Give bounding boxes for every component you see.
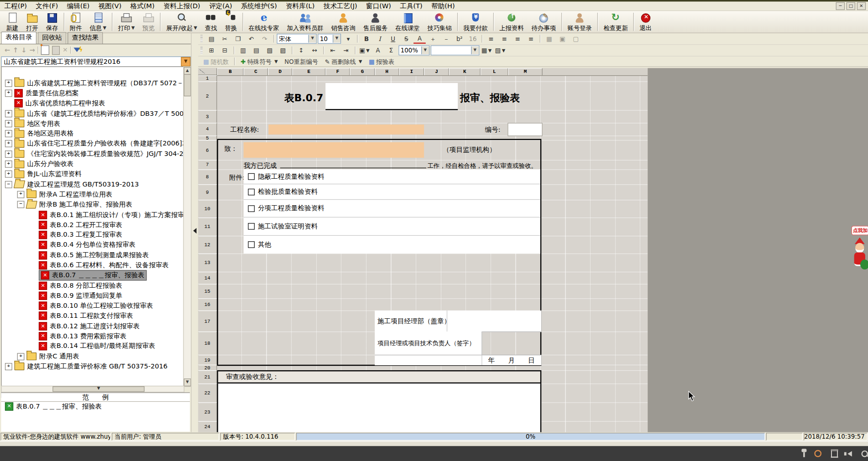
promo-text[interactable]: 点我加 (852, 226, 868, 235)
expander-icon[interactable]: + (5, 130, 12, 137)
ruleset-combo[interactable]: 山东省建筑工程施工资料管理规程2016 ▼ (1, 57, 191, 67)
open-button[interactable]: 打开 (22, 11, 42, 32)
tree-vertical-scrollbar[interactable]: ▲ ▼ (183, 67, 192, 387)
zoom-combo[interactable]: 100%▼ (398, 46, 429, 56)
menu-assess[interactable]: 评定(A) (204, 1, 236, 11)
column-header[interactable]: H (375, 68, 399, 75)
expander-icon[interactable]: + (5, 120, 12, 127)
column-header[interactable]: D (268, 68, 292, 75)
align-left-button[interactable]: ≡ (485, 34, 497, 43)
form-title-blank-field[interactable] (325, 83, 458, 110)
row-header[interactable]: 11 (198, 218, 217, 237)
style-combo[interactable]: ▼ (430, 46, 479, 56)
tree-item[interactable]: +山东省住宅工程质量分户验收表格（鲁建建字[2006]27号） (2, 139, 184, 149)
sign-cell[interactable]: 项目经理或项目技术负责人（签字） (375, 332, 482, 355)
expander-icon[interactable]: + (17, 191, 25, 198)
row-header[interactable]: 18 (198, 332, 217, 356)
filter-icon[interactable] (74, 46, 82, 54)
row-header[interactable]: 7 (198, 160, 217, 171)
expander-icon[interactable]: + (5, 171, 12, 178)
delete-row-button[interactable]: ⊟ (219, 46, 231, 55)
trash-icon[interactable] (831, 450, 838, 458)
tree-item[interactable]: +附录A 工程监理单位用表 (2, 189, 184, 199)
combo-dropdown-button[interactable]: ▼ (181, 57, 191, 67)
row-header[interactable]: 24 (198, 421, 217, 432)
close-button[interactable]: ✕ (857, 2, 866, 10)
tree-item[interactable]: 表B.0.1 施工组织设计/（专项）施工方案报审表 (2, 210, 184, 220)
splitter-thumb[interactable]: ▼ (52, 386, 144, 392)
row-header[interactable]: 4 (198, 123, 217, 136)
column-header[interactable]: E (292, 68, 325, 75)
cut-button[interactable]: ✂ (219, 34, 231, 43)
tree-item[interactable]: 山东省优质结构工程申报表 (2, 98, 184, 109)
menu-help[interactable]: 帮助(H) (427, 1, 459, 11)
toolbar-grip[interactable] (200, 47, 203, 54)
join-group-button[interactable]: 加入资料员群 (283, 11, 327, 32)
speaker-icon[interactable] (847, 451, 852, 456)
after-sales-button[interactable]: 售后服务 (359, 11, 391, 32)
column-width-button[interactable]: ↔ (309, 46, 321, 55)
upload-data-button[interactable]: 上报资料 (496, 11, 528, 32)
done-blank-field[interactable] (280, 160, 426, 168)
select-all-corner[interactable] (198, 68, 217, 75)
column-header[interactable]: L (481, 68, 508, 75)
tree-item[interactable]: 表B.0.6 工程材料、构配件、设备报审表 (2, 260, 184, 270)
insert-image-button[interactable]: ▣▼ (358, 46, 371, 55)
column-header[interactable]: I (399, 68, 424, 75)
tree-item[interactable]: 表B.0.5 施工控制测量成果报验表 (2, 250, 184, 260)
expander-icon[interactable]: + (5, 150, 12, 158)
row-header[interactable]: 21 (198, 370, 217, 385)
tree-item[interactable]: 表B.0.4 分包单位资格报审表 (2, 240, 184, 250)
scroll-down-button[interactable]: ▼ (184, 378, 191, 386)
increase-font-button[interactable]: ＋ (427, 34, 439, 43)
combo-arrow-icon[interactable]: ▼ (421, 47, 429, 54)
scrollbar-thumb[interactable] (184, 74, 191, 97)
expander-icon[interactable]: + (5, 363, 12, 370)
tree-item[interactable]: 表B.0.13 费用索赔报审表 (2, 331, 184, 341)
column-header[interactable]: J (424, 68, 449, 75)
exit-button[interactable]: 退出 (636, 11, 656, 32)
expander-icon[interactable]: − (17, 201, 25, 208)
expander-icon[interactable]: + (5, 161, 12, 168)
tree-item[interactable]: 表B.0.9 监理通知回复单 (2, 290, 184, 300)
move-left-button[interactable]: ← (5, 46, 10, 54)
number-field[interactable] (507, 123, 542, 136)
online-expert-button[interactable]: 在线找专家 (245, 11, 283, 32)
find-button[interactable]: 查找 (201, 11, 221, 32)
menu-project[interactable]: 工程(P) (0, 1, 31, 11)
combo-arrow-icon[interactable]: ▼ (333, 35, 340, 42)
record-icon[interactable] (814, 450, 821, 457)
pay-button[interactable]: 我要付款 (460, 11, 492, 32)
info-button[interactable]: 信息▼ (86, 11, 110, 32)
row-header[interactable]: 9 (198, 184, 217, 201)
expander-icon[interactable]: + (5, 140, 12, 148)
fill-color-button[interactable]: ▦▼ (480, 46, 492, 55)
move-up-button[interactable]: ↑ (13, 46, 18, 54)
merge-cells-button[interactable]: ▥ (237, 46, 249, 55)
replace-button[interactable]: 替换 (221, 11, 241, 32)
tree-item[interactable]: 表B.0.11 工程款支付报审表 (2, 311, 184, 321)
menu-tools[interactable]: 工具(T) (396, 1, 427, 11)
tree-item[interactable]: −附录B 施工单位报审、报验用表 (2, 200, 184, 210)
stamp-cell[interactable]: 施工项目经理部（盖章） (375, 311, 541, 332)
indent-decrease-button[interactable]: ⇤ (327, 46, 339, 55)
promo-badge[interactable]: 点我加 (852, 226, 868, 281)
tree-item[interactable]: +山东省建筑工程施工资料管理规程（DB37/T 5072－2016、DB37/T… (2, 78, 184, 88)
row-header[interactable]: 3 (198, 110, 217, 124)
checkbox[interactable] (248, 223, 255, 230)
tab-search-results[interactable]: 查找结果 (68, 32, 103, 43)
tree-item[interactable]: 表B.0.10 单位工程竣工验收报审表 (2, 301, 184, 311)
row-header[interactable]: 2 (198, 81, 217, 111)
to-field[interactable] (244, 142, 424, 158)
delete-icon[interactable]: ✕ (63, 47, 68, 54)
maximize-button[interactable]: □ (847, 2, 855, 10)
column-header[interactable]: K (449, 68, 481, 75)
tree-item[interactable]: +质量责任信息档案 (2, 88, 184, 98)
row-header[interactable]: 16 (198, 298, 217, 311)
inspection-form-button[interactable]: ▦报验表 (366, 57, 397, 66)
todo-button[interactable]: 待办事项 (528, 11, 559, 32)
menu-technique[interactable]: 技术工艺(J) (319, 1, 361, 11)
tree-item[interactable]: +《住宅室内装饰装修工程质量验收规范》JGJ/T 304-2013 (2, 149, 184, 159)
row-header[interactable]: 23 (198, 402, 217, 422)
tree-item[interactable]: +建筑工程施工质量评价标准 GB/T 50375-2016 (2, 362, 184, 372)
